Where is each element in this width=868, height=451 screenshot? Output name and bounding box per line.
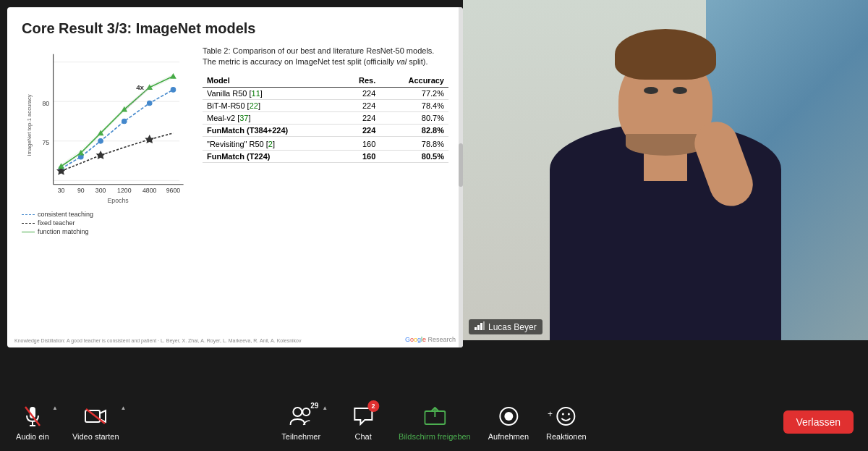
svg-text:300: 300 [95,187,106,194]
svg-point-20 [147,101,152,106]
video-control[interactable]: Video starten ▲ [72,403,127,441]
svg-text:1200: 1200 [117,187,132,194]
model-res: 224 [341,124,380,136]
video-expand-icon[interactable]: ▲ [121,405,127,411]
record-label: Aufnehmen [488,432,529,441]
chat-button[interactable]: 2 Chat [345,403,381,441]
svg-text:ImageNet top-1 accuracy: ImageNet top-1 accuracy [26,94,33,156]
reactions-icon [553,403,579,429]
svg-point-48 [504,412,513,421]
col-header-model: Model [203,74,341,88]
video-bg: Lucas Beyer [463,0,868,340]
chat-control[interactable]: 2 Chat [345,403,381,441]
table-row: BiT-M-R50 [22] 224 78.4% [203,99,448,111]
legend-function-matching: function matching [38,228,89,235]
chat-icon: 2 [350,403,376,429]
video-label: Video starten [72,432,119,441]
svg-point-49 [558,408,575,425]
presentation-slide: Core Result 3/3: ImageNet models [7,7,463,347]
model-name: Meal-v2 [37] [203,111,341,124]
controls-right: Verlassen [783,410,854,434]
participants-icon: 29 [288,403,314,429]
signal-icon [475,321,485,332]
empty-space [0,347,868,387]
svg-text:90: 90 [77,187,85,194]
share-button[interactable]: Bildschirm freigeben [399,403,471,441]
share-label: Bildschirm freigeben [399,432,471,441]
table-caption: Table 2: Comparison of our best and lite… [203,46,448,68]
table-row-funmatch: FunMatch (T384+224) 224 82.8% [203,124,448,136]
col-header-accuracy: Accuracy [380,74,448,88]
model-name: BiT-M-R50 [22] [203,99,341,111]
legend-consistent-teaching: consistent teaching [38,211,93,218]
share-icon [422,403,448,429]
leave-button[interactable]: Verlassen [783,410,854,434]
audio-button[interactable]: Audio ein [14,403,51,441]
video-container: Lucas Beyer [463,0,868,393]
svg-rect-36 [483,321,485,330]
model-res: 160 [341,150,380,162]
slide-title: Core Result 3/3: ImageNet models [22,20,448,37]
slide-footer-text: Knowledge Distillation: A good teacher i… [14,338,302,343]
model-acc: 78.8% [380,136,448,150]
model-res: 224 [341,87,380,99]
model-res: 224 [341,111,380,124]
svg-text:Epochs: Epochs [108,197,129,204]
record-button[interactable]: Aufnehmen [488,403,529,441]
svg-point-19 [122,119,127,124]
svg-marker-24 [145,135,154,143]
model-res: 160 [341,136,380,150]
svg-point-44 [293,408,302,416]
record-icon [495,403,522,429]
model-res: 224 [341,99,380,111]
model-acc: 77.2% [380,87,448,99]
table-row: "Revisiting" R50 [2] 160 78.8% [203,136,448,150]
col-header-res: Res. [341,74,380,88]
reactions-label: Reaktionen [546,432,587,441]
results-table: Model Res. Accuracy Vanilla R50 [11] 224… [203,74,448,163]
model-name: FunMatch (T384+224) [203,124,341,136]
svg-text:4800: 4800 [142,187,157,194]
svg-point-50 [562,413,564,416]
chat-badge: 2 [367,400,379,412]
mic-icon [20,403,46,429]
svg-text:9600: 9600 [166,187,181,194]
svg-text:75: 75 [42,139,49,146]
table-area: Table 2: Comparison of our best and lite… [203,46,448,329]
svg-rect-33 [475,327,477,330]
model-name: Vanilla R50 [11] [203,87,341,99]
chart-svg: 80 75 ImageNet top-1 accuracy 30 90 300 … [22,46,195,205]
model-acc: 82.8% [380,124,448,136]
controls-left: Audio ein ▲ Video starten ▲ [14,403,126,441]
svg-text:4x: 4x [136,83,144,91]
chat-label: Chat [354,432,371,441]
table-row-funmatch2: FunMatch (T224) 160 80.5% [203,150,448,162]
svg-rect-41 [85,410,100,422]
participants-label: Teilnehmer [281,432,320,441]
google-research-logo: Google Research [405,336,456,343]
chart-area: 80 75 ImageNet top-1 accuracy 30 90 300 … [22,46,195,329]
audio-control[interactable]: Audio ein ▲ [14,403,58,441]
svg-point-45 [302,408,310,416]
camera-icon [82,403,109,429]
speaker-name: Lucas Beyer [488,322,537,332]
model-name: FunMatch (T224) [203,150,341,162]
speaker-badge: Lucas Beyer [469,319,542,334]
participants-button[interactable]: 29 Teilnehmer [281,403,320,441]
audio-expand-icon[interactable]: ▲ [52,405,58,411]
participants-expand-icon[interactable]: ▲ [322,405,328,411]
participants-count: 29 [310,402,318,410]
model-name: "Revisiting" R50 [2] [203,136,341,150]
main-area: Core Result 3/3: ImageNet models [0,0,868,393]
svg-text:30: 30 [58,187,65,194]
svg-text:80: 80 [42,100,49,107]
model-acc: 80.5% [380,150,448,162]
reactions-control[interactable]: Reaktionen + [546,403,587,441]
svg-point-21 [171,88,176,93]
participants-control[interactable]: 29 Teilnehmer ▲ [281,403,328,441]
table-row: Vanilla R50 [11] 224 77.2% [203,87,448,99]
chart-legend: consistent teaching fixed teacher functi… [22,211,195,235]
video-button[interactable]: Video starten [72,403,119,441]
bottom-toolbar: Audio ein ▲ Video starten ▲ [0,393,868,451]
svg-rect-34 [477,325,480,330]
